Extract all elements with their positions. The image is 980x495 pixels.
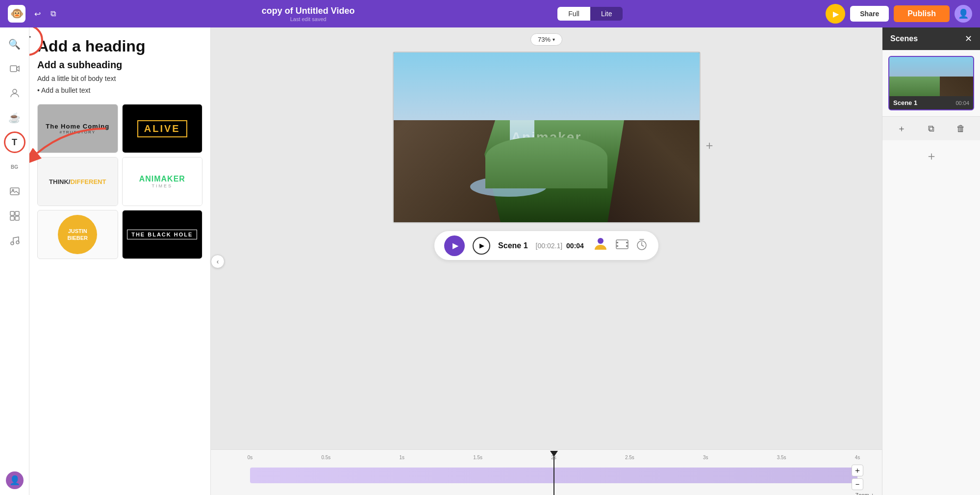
video-title: copy of Untitled Video [262,6,355,16]
svg-rect-0 [10,66,17,72]
zoom-minus-label: - [852,492,854,495]
scene-thumb-sky [889,57,973,77]
sidebar-item-person[interactable] [4,82,25,104]
canvas-wrapper: Animaker ＋ [393,52,701,223]
canvas-top-bar: 73% ▾ [530,27,562,52]
lite-mode-button[interactable]: Lite [590,7,623,21]
nav-icons: ↩ ⧉ [31,7,59,21]
play-icon: ▶ [452,241,458,250]
time-display: [00:02.1] 00:04 [536,242,584,250]
zoom-value: 73% [538,36,551,43]
zoom-in-button[interactable]: ＋ [852,465,863,476]
template-animaker[interactable]: ANIMAKER TIMES [122,157,203,206]
svg-text:T: T [29,34,31,46]
playhead[interactable] [554,451,558,495]
playback-tools [592,235,649,256]
video-canvas[interactable]: Animaker [393,52,701,223]
add-scene-button[interactable]: ＋ [893,121,910,136]
character-icon[interactable] [592,235,609,256]
sky [394,52,700,120]
copy-button[interactable]: ⧉ [48,7,59,21]
user-avatar-sidebar[interactable]: 👤 [6,471,24,489]
sidebar-item-text[interactable]: T [4,131,25,153]
scene-thumb-info: Scene 1 00:04 [889,96,973,109]
total-time: 00:04 [566,242,584,250]
full-mode-button[interactable]: Full [557,7,590,21]
timer-icon[interactable] [635,237,649,254]
user-avatar-top[interactable]: 👤 [955,5,972,23]
template-label: ANIMAKER [139,175,185,183]
tick-4s: 4s [855,455,860,460]
sidebar: 🔍 ☕ T BG 👤 [0,27,29,495]
template-alive[interactable]: ALIVE [122,104,203,153]
plus-icon: ＋ [704,138,715,152]
tick-35s: 3.5s [777,455,786,460]
template-label: The Home Coming [46,123,109,130]
scene-actions: ＋ ⧉ 🗑 [882,116,980,140]
template-label: JUSTINBIEBER [67,228,88,242]
chevron-left-icon: ‹ [217,258,219,265]
collapse-panel-button[interactable]: ‹ [211,255,225,268]
topbar-center: copy of Untitled Video Last edit saved [262,6,355,22]
canvas-area: ‹ 73% ▾ Animaker [211,27,882,495]
templates-section: T The Home Coming #TRUESTORY ALIVE [37,104,202,259]
template-subtitle: #TRUESTORY [60,130,96,134]
share-button[interactable]: Share [850,6,889,22]
template-sublabel: TIMES [151,183,173,188]
template-think[interactable]: THINK/DIFFERENT [37,157,118,206]
add-new-scene-icon: ＋ [926,148,937,164]
zoom-controls: ＋ － - Zoom + [852,465,874,495]
filmstrip-icon[interactable] [615,237,629,254]
timeline-ruler: 0s 0.5s 1s 1.5s 2s 2.5s 3s 3.5s 4s [211,450,882,466]
scene-thumb-time: 00:04 [955,100,969,106]
template-justin[interactable]: JUSTINBIEBER [37,210,118,259]
template-blackhole[interactable]: THE BLACK HOLE [122,210,203,259]
scene-1-thumbnail[interactable]: Scene 1 00:04 [888,56,974,110]
templates-grid: The Home Coming #TRUESTORY ALIVE THINK/D… [37,104,202,259]
svg-rect-16 [616,245,618,247]
scene-thumb-image [889,57,973,96]
sidebar-item-sticker[interactable]: ☕ [4,107,25,129]
zoom-chevron-icon: ▾ [553,37,555,42]
sidebar-item-grid[interactable] [4,205,25,227]
duplicate-scene-button[interactable]: ⧉ [924,121,938,136]
template-label: ALIVE [137,120,187,137]
text-panel: Add a heading Add a subheading Add a lit… [29,27,211,495]
zoom-control[interactable]: 73% ▾ [530,33,562,46]
heading-option[interactable]: Add a heading [37,37,202,55]
svg-rect-18 [626,245,628,247]
sidebar-item-music[interactable] [4,230,25,251]
sidebar-item-search[interactable]: 🔍 [4,33,25,55]
scenes-close-button[interactable]: ✕ [965,33,972,44]
playhead-triangle [550,451,558,457]
topbar-left: 🐵 ↩ ⧉ [8,5,59,23]
delete-scene-button[interactable]: 🗑 [953,121,969,136]
playhead-line [553,457,554,495]
ruler-ticks: 0s 0.5s 1s 1.5s 2s 2.5s 3s 3.5s 4s [250,453,857,463]
zoom-text: Zoom [855,492,869,495]
subheading-option[interactable]: Add a subheading [37,59,202,71]
body-option[interactable]: Add a little bit of body text [37,75,202,82]
template-home-coming[interactable]: The Home Coming #TRUESTORY [37,104,118,153]
hills [485,137,608,188]
svg-point-13 [598,238,603,244]
play-button[interactable]: ▶ [444,235,465,256]
add-to-canvas-button[interactable]: ＋ [704,137,715,153]
zoom-out-button[interactable]: － [852,478,863,490]
logo[interactable]: 🐵 [8,5,25,23]
template-label: THINK/DIFFERENT [49,178,106,185]
preview-play-button[interactable]: ▶ [826,4,845,24]
sidebar-item-video[interactable] [4,58,25,79]
view-mode-toggle: Full Lite [557,7,623,21]
undo-button[interactable]: ↩ [31,7,44,21]
publish-button[interactable]: Publish [894,5,950,22]
scene-play-button[interactable]: ▶ [473,237,490,255]
zoom-label-row: - Zoom + [852,492,874,495]
bullet-option[interactable]: • Add a bullet text [37,86,202,94]
track-area [211,466,882,495]
sidebar-item-image[interactable] [4,181,25,202]
logo-icon: 🐵 [10,7,24,20]
add-new-scene-row[interactable]: ＋ [882,140,980,172]
scene-thumb-name: Scene 1 [893,99,917,106]
sidebar-item-bg[interactable]: BG [4,156,25,178]
